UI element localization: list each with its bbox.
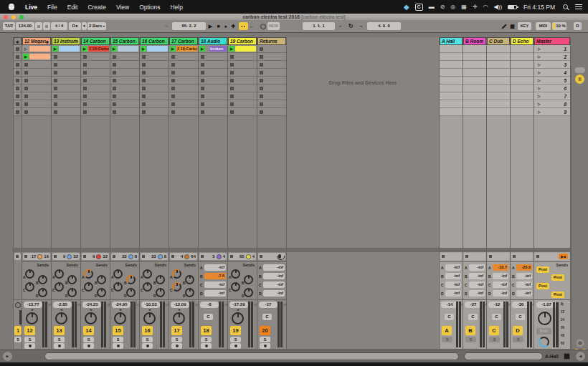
punch-in-button[interactable]: ⌐ [336,22,345,30]
overdub-button[interactable]: ✚ [229,22,237,30]
solo-button[interactable]: S [489,337,500,342]
volume-field[interactable]: -24.95 [112,302,131,308]
pan-field[interactable]: C [445,314,454,320]
clip-stop-slot[interactable] [14,92,22,100]
solo-button[interactable]: S [513,337,523,342]
clip-stop-slot[interactable] [81,108,110,116]
return-track-header[interactable]: A Hall [440,37,463,45]
solo-button[interactable]: S [442,337,452,342]
send-field-c[interactable]: C-inf [259,281,285,288]
track-header[interactable]: Returns [257,37,286,45]
midi-map-button[interactable]: MIDI [536,22,551,30]
returns-scrollbar[interactable] [464,352,543,360]
clip-stop-slot[interactable] [199,100,227,108]
session-record-button[interactable]: ◯ [260,22,267,30]
clip-stop-slot[interactable] [199,77,227,85]
track-header[interactable]: 12 Megara◉ [22,37,51,45]
clip-stop-slot[interactable] [199,108,227,116]
clip-play-icon[interactable]: ▶ [23,54,29,59]
minimize-window-button[interactable] [11,15,16,19]
clip-stop-slot[interactable] [169,100,198,108]
solo-button[interactable]: S [83,337,94,342]
send-knob-d[interactable]: D [185,288,194,297]
send-field-d[interactable]: D-inf [465,290,485,297]
solo-button[interactable]: S [201,337,212,342]
clip-slot[interactable]: ▶ [22,53,51,61]
clip[interactable]: 2 18-Carbon [176,46,197,52]
clip[interactable] [29,54,50,59]
send-knob-c[interactable]: C [113,282,123,292]
solo-button[interactable]: S [14,337,22,342]
nudge-up-button[interactable]: ||| [43,22,50,30]
clip-stop-slot[interactable] [228,92,257,100]
clip-stop-slot[interactable] [140,108,169,116]
send-knob-b[interactable]: B [185,275,194,284]
clip-stop-slot[interactable] [52,53,80,61]
volume-field[interactable]: -24.25 [82,302,101,308]
pan-field[interactable]: C [492,314,501,320]
send-knob-c[interactable]: C [54,282,64,292]
clip-stop-slot[interactable] [14,69,22,77]
punch-out-button[interactable]: ¬ [356,22,365,30]
volume-field[interactable]: -2.85 [53,302,72,308]
track-activator-button[interactable]: D [513,326,523,335]
solo-button[interactable]: Solo [536,328,551,334]
clip-stop-slot[interactable] [52,69,80,77]
clip-stop-slot[interactable] [140,69,169,77]
clip-stop-slot[interactable] [22,100,51,108]
group-track-header[interactable]: ◉ [14,37,22,45]
notification-center-icon[interactable] [575,4,582,9]
arm-button[interactable] [24,343,35,349]
track-activator-button[interactable]: 19 [230,326,241,335]
solo-button[interactable]: S [142,337,153,342]
app-oval-icon[interactable]: ▬ [429,0,435,14]
send-field-c[interactable]: C-inf [488,281,508,288]
send-knob-a[interactable]: A [231,269,240,279]
menu-item-view[interactable]: View [111,4,134,11]
clip-stop-slot[interactable] [257,92,286,100]
send-field-d[interactable]: D-inf [441,290,461,297]
pan-field[interactable]: C [204,314,213,320]
clip-stop-slot[interactable] [81,85,110,92]
loop-button[interactable]: ↻ [346,22,356,30]
time-signature-field[interactable]: 4 / 4 [51,22,67,30]
clip-stop-slot[interactable] [110,53,139,61]
mixer-view-button[interactable]: ||| [575,74,584,84]
computer-midi-keyboard-button[interactable]: ▦ [508,22,516,30]
send-field-d[interactable]: D-inf [200,290,226,297]
fold-icon[interactable]: ◉ [16,39,19,44]
clip-play-icon[interactable]: ▶ [82,46,87,52]
clip-play-icon[interactable]: ▶ [111,46,117,52]
send-field-a[interactable]: A-inf [259,264,285,271]
pan-knob[interactable] [114,312,126,324]
clip[interactable]: 1 15-Carbon [88,46,109,52]
send-knob-a[interactable]: A [54,269,64,279]
clip-stop-slot[interactable] [199,61,227,69]
send-knob-b[interactable]: B [126,275,136,284]
send-field-d[interactable]: D-inf [512,290,532,297]
clip-stop-slot[interactable] [257,77,286,85]
solo-button[interactable]: S [465,337,476,342]
return-track-header[interactable]: B Room [463,37,486,45]
send-field-a[interactable]: A-10.7 [488,264,508,271]
cpu-meter[interactable]: 10 % [552,22,566,30]
clip-stop-slot[interactable] [199,69,227,77]
send-knob-b[interactable]: B [156,275,165,284]
menu-item-create[interactable]: Create [82,4,111,11]
clip-stop-slot[interactable] [199,53,227,61]
send-field-a[interactable]: A-inf [200,264,226,271]
post-toggle-a[interactable]: Post [536,266,549,273]
send-field-c[interactable]: C-inf [441,281,461,288]
clip-stop-slot[interactable] [22,69,51,77]
clip-stop-slot[interactable] [199,92,227,100]
send-knob-d[interactable]: D [67,288,77,297]
cue-level-knob[interactable] [539,337,549,347]
clip-stop-slot[interactable] [169,85,198,92]
pan-knob[interactable] [26,312,38,324]
follow-button[interactable]: → [162,22,171,30]
send-knob-c[interactable]: C [172,282,181,292]
solo-button[interactable]: S [24,337,35,342]
track-header[interactable]: 16 Carbon El [140,37,169,45]
clip-stop-slot[interactable] [257,85,286,92]
scene[interactable]: ▷9 [534,108,570,116]
